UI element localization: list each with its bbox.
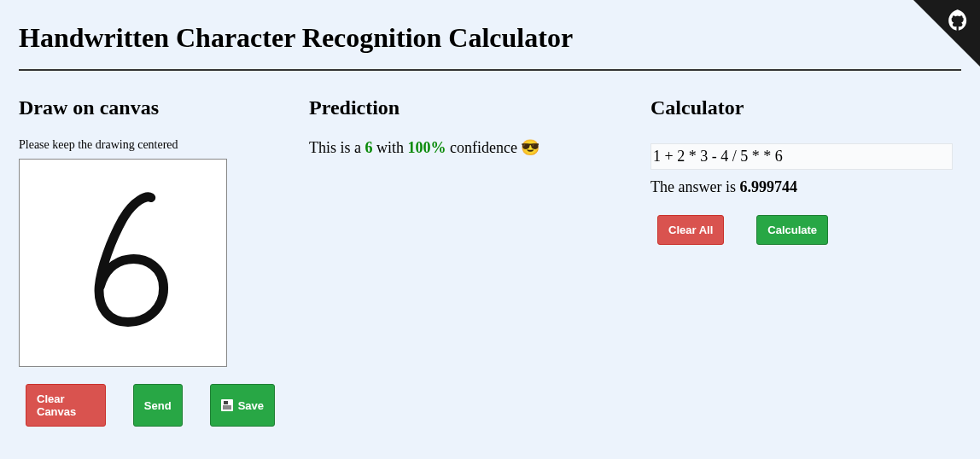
calculate-button[interactable]: Calculate <box>756 215 828 245</box>
calculate-label: Calculate <box>767 224 817 236</box>
floppy-disk-icon <box>221 399 233 411</box>
drawn-digit-six <box>20 160 226 366</box>
answer-label: The answer is <box>650 178 739 195</box>
prediction-heading: Prediction <box>309 96 616 119</box>
drawing-canvas[interactable] <box>19 159 227 367</box>
github-cat-icon <box>948 9 971 32</box>
prediction-prefix: This is a <box>309 139 365 156</box>
expression-input[interactable] <box>650 143 953 170</box>
page-title: Handwritten Character Recognition Calcul… <box>19 22 961 54</box>
answer-value: 6.999744 <box>739 178 797 195</box>
prediction-text: This is a 6 with 100% confidence 😎 <box>309 138 616 157</box>
draw-hint: Please keep the drawing centered <box>19 138 275 152</box>
prediction-confidence: 100% <box>408 139 446 156</box>
divider <box>19 69 961 71</box>
save-label: Save <box>238 399 264 412</box>
draw-heading: Draw on canvas <box>19 96 275 119</box>
send-label: Send <box>144 399 172 412</box>
save-button[interactable]: Save <box>210 384 275 427</box>
answer-text: The answer is 6.999744 <box>650 178 953 196</box>
clear-all-button[interactable]: Clear All <box>657 215 724 245</box>
send-button[interactable]: Send <box>133 384 183 427</box>
prediction-suffix: confidence <box>446 139 522 156</box>
prediction-middle: with <box>373 139 408 156</box>
calculator-heading: Calculator <box>650 96 953 119</box>
clear-canvas-label: Clear Canvas <box>37 392 95 418</box>
clear-canvas-button[interactable]: Clear Canvas <box>26 384 106 427</box>
sunglasses-emoji: 😎 <box>521 139 540 156</box>
prediction-value: 6 <box>365 139 373 156</box>
clear-all-label: Clear All <box>668 224 713 236</box>
